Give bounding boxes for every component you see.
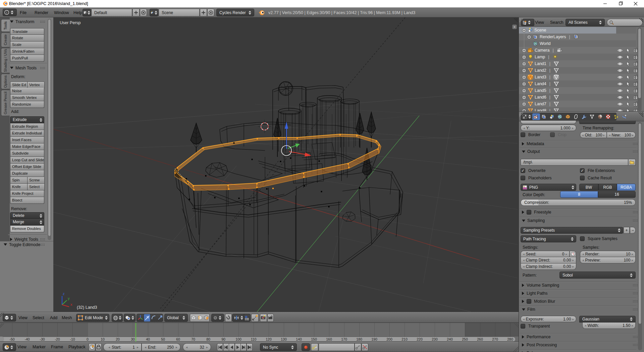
svg-text:x: x [70,302,72,306]
svg-text:z: z [63,292,65,296]
svg-text:i: i [6,11,7,14]
svg-text:y: y [68,296,70,300]
